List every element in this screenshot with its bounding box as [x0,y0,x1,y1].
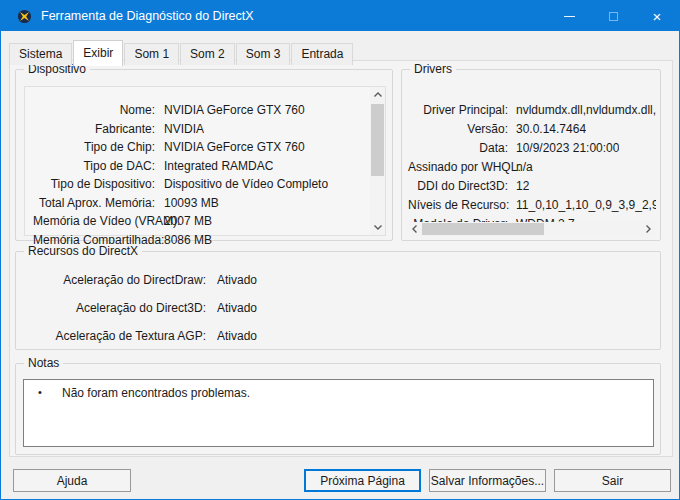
field-value: 30.0.14.7464 [516,122,586,136]
field-label: Tipo de DAC: [33,159,155,173]
field-value: n/a [516,160,533,174]
tab-som2[interactable]: Som 2 [180,43,235,65]
field-label: Data: [408,141,508,155]
device-row: Nome:NVIDIA GeForce GTX 760 [33,101,363,120]
field-label: Driver Principal: [408,103,508,117]
field-label: Total Aprox. Memória: [33,196,155,210]
field-value: NVIDIA [164,122,204,136]
features-group-title: Recursos do DirectX [24,244,142,258]
driver-row: Data:10/9/2023 21:00:00 [408,138,656,157]
field-label: Tipo de Chip: [33,140,155,154]
tab-sistema[interactable]: Sistema [9,43,72,65]
field-value: Integrated RAMDAC [164,159,273,173]
field-value: 10/9/2023 21:00:00 [516,141,619,155]
notes-groupbox: Notas • Não foram encontrados problemas. [15,363,661,455]
field-value: Dispositivo de Vídeo Completo [164,177,328,191]
device-row: Tipo de Chip:NVIDIA GeForce GTX 760 [33,138,363,157]
field-value: 11_0,10_1,10_0,9_3,9_2,9_1 [516,198,656,212]
field-label: Nome: [33,103,155,117]
chevron-left-icon[interactable] [407,222,421,236]
field-label: Versão: [408,122,508,136]
tab-som1[interactable]: Som 1 [124,43,179,65]
notes-textbox[interactable]: • Não foram encontrados problemas. [23,379,654,447]
field-value: 2007 MB [164,214,212,228]
feature-row: Aceleração do Direct3D:Ativado [24,294,650,322]
scrollbar-thumb[interactable] [371,104,384,176]
driver-row: Níveis de Recurso:11_0,10_1,10_0,9_3,9_2… [408,195,656,214]
scrollbar-thumb[interactable] [422,223,544,235]
save-information-button[interactable]: Salvar Informações... [429,469,546,492]
dxdiag-icon [17,9,32,24]
minimize-icon[interactable] [547,1,591,31]
device-row: Tipo de Dispositivo:Dispositivo de Vídeo… [33,175,363,194]
field-value: Ativado [217,329,257,343]
tab-exibir[interactable]: Exibir [73,40,123,66]
driver-row: Assinado por WHQL:n/a [408,157,656,176]
tab-som3[interactable]: Som 3 [236,43,291,65]
chevron-right-icon[interactable] [641,222,655,236]
window-title: Ferramenta de Diagnóstico do DirectX [41,9,254,23]
device-row: Total Aprox. Memória:10093 MB [33,194,363,213]
field-value: 8086 MB [164,233,212,247]
field-label: Assinado por WHQL: [408,160,508,174]
field-label: Tipo de Dispositivo: [33,177,155,191]
vertical-scrollbar[interactable] [370,87,385,235]
notes-text: Não foram encontrados problemas. [62,386,250,446]
title-bar: Ferramenta de Diagnóstico do DirectX × [1,1,679,31]
window-controls: × [547,1,679,31]
field-label: Aceleração do DirectDraw: [24,273,206,287]
device-row: Fabricante:NVIDIA [33,120,363,139]
device-row: Tipo de DAC:Integrated RAMDAC [33,157,363,176]
next-page-button[interactable]: Próxima Página [304,469,421,492]
field-label: Níveis de Recurso: [408,198,508,212]
drivers-groupbox: Drivers Driver Principal:nvldumdx.dll,nv… [401,69,661,241]
drivers-group-title: Drivers [410,62,456,76]
field-label: DDI do Direct3D: [408,179,508,193]
dxdiag-window: Ferramenta de Diagnóstico do DirectX × S… [0,0,680,500]
field-value: 12 [516,179,529,193]
chevron-down-icon[interactable] [370,220,385,235]
field-value: nvldumdx.dll,nvldumdx.dll,nvldu [516,103,656,117]
maximize-icon[interactable] [591,1,635,31]
device-rows: Nome:NVIDIA GeForce GTX 760 Fabricante:N… [33,101,363,249]
directx-features-groupbox: Recursos do DirectX Aceleração do Direct… [15,251,661,350]
field-value: NVIDIA GeForce GTX 760 [164,140,305,154]
field-label: Memória de Vídeo (VRAM): [33,214,155,228]
device-scroll-panel: Nome:NVIDIA GeForce GTX 760 Fabricante:N… [24,86,386,236]
chevron-up-icon[interactable] [370,87,385,102]
field-label: Aceleração do Direct3D: [24,301,206,315]
notes-group-title: Notas [24,356,63,370]
field-label: Aceleração de Textura AGP: [24,329,206,343]
exit-button[interactable]: Sair [554,469,671,492]
device-groupbox: Dispositivo Nome:NVIDIA GeForce GTX 760 … [15,69,393,241]
field-value: Ativado [217,273,257,287]
field-value: NVIDIA GeForce GTX 760 [164,103,305,117]
field-value: 10093 MB [164,196,219,210]
device-row: Memória de Vídeo (VRAM):2007 MB [33,212,363,231]
help-button[interactable]: Ajuda [13,469,131,492]
driver-row: Driver Principal:nvldumdx.dll,nvldumdx.d… [408,100,656,119]
field-label: Fabricante: [33,122,155,136]
driver-row: Versão:30.0.14.7464 [408,119,656,138]
field-value: Ativado [217,301,257,315]
tab-strip: Sistema Exibir Som 1 Som 2 Som 3 Entrada [9,39,354,65]
driver-rows: Driver Principal:nvldumdx.dll,nvldumdx.d… [408,100,656,233]
feature-rows: Aceleração do DirectDraw:Ativado Acelera… [24,266,650,350]
close-icon[interactable]: × [635,1,679,31]
tab-entrada[interactable]: Entrada [291,43,353,65]
feature-row: Aceleração de Textura AGP:Ativado [24,322,650,350]
feature-row: Aceleração do DirectDraw:Ativado [24,266,650,294]
driver-row: DDI do Direct3D:12 [408,176,656,195]
bullet: • [38,386,62,446]
horizontal-scrollbar[interactable] [407,222,655,236]
